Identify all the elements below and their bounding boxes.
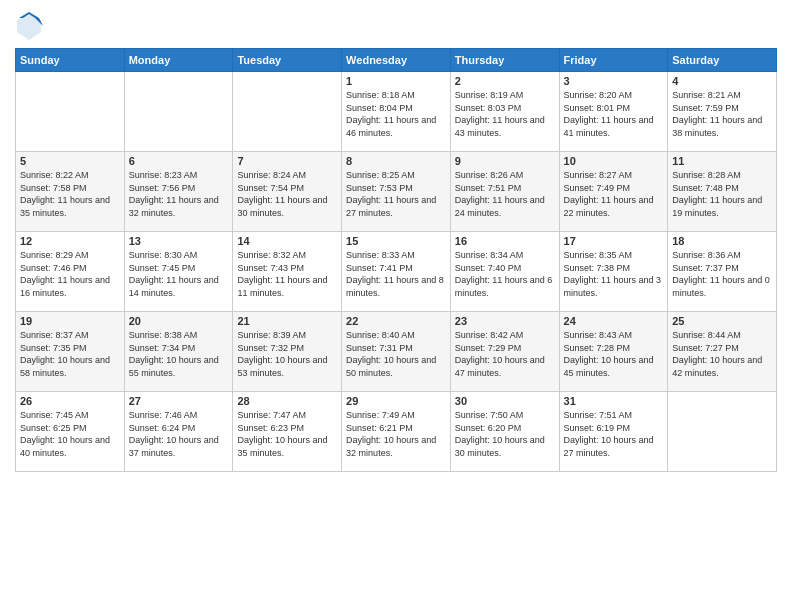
cell-content: Sunrise: 7:51 AM Sunset: 6:19 PM Dayligh… [564, 409, 664, 459]
cell-content: Sunrise: 8:43 AM Sunset: 7:28 PM Dayligh… [564, 329, 664, 379]
calendar-table: SundayMondayTuesdayWednesdayThursdayFrid… [15, 48, 777, 472]
calendar-cell: 28Sunrise: 7:47 AM Sunset: 6:23 PM Dayli… [233, 392, 342, 472]
day-header-wednesday: Wednesday [342, 49, 451, 72]
calendar-cell: 1Sunrise: 8:18 AM Sunset: 8:04 PM Daylig… [342, 72, 451, 152]
day-number: 2 [455, 75, 555, 87]
calendar-cell: 12Sunrise: 8:29 AM Sunset: 7:46 PM Dayli… [16, 232, 125, 312]
day-number: 21 [237, 315, 337, 327]
cell-content: Sunrise: 8:23 AM Sunset: 7:56 PM Dayligh… [129, 169, 229, 219]
week-row-4: 19Sunrise: 8:37 AM Sunset: 7:35 PM Dayli… [16, 312, 777, 392]
calendar-cell: 5Sunrise: 8:22 AM Sunset: 7:58 PM Daylig… [16, 152, 125, 232]
calendar-cell: 2Sunrise: 8:19 AM Sunset: 8:03 PM Daylig… [450, 72, 559, 152]
day-number: 16 [455, 235, 555, 247]
calendar-cell [124, 72, 233, 152]
cell-content: Sunrise: 8:37 AM Sunset: 7:35 PM Dayligh… [20, 329, 120, 379]
calendar-cell: 21Sunrise: 8:39 AM Sunset: 7:32 PM Dayli… [233, 312, 342, 392]
day-number: 25 [672, 315, 772, 327]
header [15, 10, 777, 42]
day-number: 20 [129, 315, 229, 327]
day-header-tuesday: Tuesday [233, 49, 342, 72]
calendar-cell: 13Sunrise: 8:30 AM Sunset: 7:45 PM Dayli… [124, 232, 233, 312]
logo-icon [15, 10, 43, 42]
cell-content: Sunrise: 8:29 AM Sunset: 7:46 PM Dayligh… [20, 249, 120, 299]
day-number: 8 [346, 155, 446, 167]
day-header-sunday: Sunday [16, 49, 125, 72]
cell-content: Sunrise: 8:28 AM Sunset: 7:48 PM Dayligh… [672, 169, 772, 219]
cell-content: Sunrise: 8:38 AM Sunset: 7:34 PM Dayligh… [129, 329, 229, 379]
cell-content: Sunrise: 8:44 AM Sunset: 7:27 PM Dayligh… [672, 329, 772, 379]
cell-content: Sunrise: 8:21 AM Sunset: 7:59 PM Dayligh… [672, 89, 772, 139]
calendar-cell: 7Sunrise: 8:24 AM Sunset: 7:54 PM Daylig… [233, 152, 342, 232]
cell-content: Sunrise: 8:39 AM Sunset: 7:32 PM Dayligh… [237, 329, 337, 379]
calendar-cell [668, 392, 777, 472]
day-number: 15 [346, 235, 446, 247]
day-number: 26 [20, 395, 120, 407]
calendar-cell: 19Sunrise: 8:37 AM Sunset: 7:35 PM Dayli… [16, 312, 125, 392]
day-number: 4 [672, 75, 772, 87]
day-number: 29 [346, 395, 446, 407]
cell-content: Sunrise: 8:20 AM Sunset: 8:01 PM Dayligh… [564, 89, 664, 139]
cell-content: Sunrise: 8:36 AM Sunset: 7:37 PM Dayligh… [672, 249, 772, 299]
cell-content: Sunrise: 8:40 AM Sunset: 7:31 PM Dayligh… [346, 329, 446, 379]
day-number: 6 [129, 155, 229, 167]
cell-content: Sunrise: 8:33 AM Sunset: 7:41 PM Dayligh… [346, 249, 446, 299]
day-number: 31 [564, 395, 664, 407]
calendar-cell: 14Sunrise: 8:32 AM Sunset: 7:43 PM Dayli… [233, 232, 342, 312]
calendar-cell: 22Sunrise: 8:40 AM Sunset: 7:31 PM Dayli… [342, 312, 451, 392]
day-number: 30 [455, 395, 555, 407]
day-number: 13 [129, 235, 229, 247]
week-row-3: 12Sunrise: 8:29 AM Sunset: 7:46 PM Dayli… [16, 232, 777, 312]
day-number: 17 [564, 235, 664, 247]
cell-content: Sunrise: 8:19 AM Sunset: 8:03 PM Dayligh… [455, 89, 555, 139]
calendar-cell: 3Sunrise: 8:20 AM Sunset: 8:01 PM Daylig… [559, 72, 668, 152]
calendar-cell [233, 72, 342, 152]
calendar-cell: 29Sunrise: 7:49 AM Sunset: 6:21 PM Dayli… [342, 392, 451, 472]
day-number: 19 [20, 315, 120, 327]
calendar-cell: 18Sunrise: 8:36 AM Sunset: 7:37 PM Dayli… [668, 232, 777, 312]
calendar-cell: 15Sunrise: 8:33 AM Sunset: 7:41 PM Dayli… [342, 232, 451, 312]
cell-content: Sunrise: 8:30 AM Sunset: 7:45 PM Dayligh… [129, 249, 229, 299]
calendar-cell: 17Sunrise: 8:35 AM Sunset: 7:38 PM Dayli… [559, 232, 668, 312]
calendar-cell: 27Sunrise: 7:46 AM Sunset: 6:24 PM Dayli… [124, 392, 233, 472]
cell-content: Sunrise: 7:50 AM Sunset: 6:20 PM Dayligh… [455, 409, 555, 459]
calendar-cell: 10Sunrise: 8:27 AM Sunset: 7:49 PM Dayli… [559, 152, 668, 232]
calendar-cell: 8Sunrise: 8:25 AM Sunset: 7:53 PM Daylig… [342, 152, 451, 232]
header-row: SundayMondayTuesdayWednesdayThursdayFrid… [16, 49, 777, 72]
calendar-cell: 6Sunrise: 8:23 AM Sunset: 7:56 PM Daylig… [124, 152, 233, 232]
day-number: 28 [237, 395, 337, 407]
calendar-cell: 24Sunrise: 8:43 AM Sunset: 7:28 PM Dayli… [559, 312, 668, 392]
calendar-cell: 31Sunrise: 7:51 AM Sunset: 6:19 PM Dayli… [559, 392, 668, 472]
day-header-monday: Monday [124, 49, 233, 72]
cell-content: Sunrise: 7:45 AM Sunset: 6:25 PM Dayligh… [20, 409, 120, 459]
week-row-5: 26Sunrise: 7:45 AM Sunset: 6:25 PM Dayli… [16, 392, 777, 472]
cell-content: Sunrise: 7:46 AM Sunset: 6:24 PM Dayligh… [129, 409, 229, 459]
logo [15, 10, 47, 42]
day-number: 5 [20, 155, 120, 167]
day-number: 24 [564, 315, 664, 327]
cell-content: Sunrise: 8:18 AM Sunset: 8:04 PM Dayligh… [346, 89, 446, 139]
calendar-cell: 9Sunrise: 8:26 AM Sunset: 7:51 PM Daylig… [450, 152, 559, 232]
day-number: 7 [237, 155, 337, 167]
calendar-cell: 23Sunrise: 8:42 AM Sunset: 7:29 PM Dayli… [450, 312, 559, 392]
calendar-cell: 26Sunrise: 7:45 AM Sunset: 6:25 PM Dayli… [16, 392, 125, 472]
page: SundayMondayTuesdayWednesdayThursdayFrid… [0, 0, 792, 612]
day-number: 9 [455, 155, 555, 167]
calendar-cell: 11Sunrise: 8:28 AM Sunset: 7:48 PM Dayli… [668, 152, 777, 232]
day-header-thursday: Thursday [450, 49, 559, 72]
calendar-cell: 20Sunrise: 8:38 AM Sunset: 7:34 PM Dayli… [124, 312, 233, 392]
cell-content: Sunrise: 8:22 AM Sunset: 7:58 PM Dayligh… [20, 169, 120, 219]
day-number: 22 [346, 315, 446, 327]
calendar-cell: 25Sunrise: 8:44 AM Sunset: 7:27 PM Dayli… [668, 312, 777, 392]
calendar-cell: 4Sunrise: 8:21 AM Sunset: 7:59 PM Daylig… [668, 72, 777, 152]
week-row-1: 1Sunrise: 8:18 AM Sunset: 8:04 PM Daylig… [16, 72, 777, 152]
day-number: 12 [20, 235, 120, 247]
day-number: 14 [237, 235, 337, 247]
svg-marker-0 [17, 12, 41, 40]
week-row-2: 5Sunrise: 8:22 AM Sunset: 7:58 PM Daylig… [16, 152, 777, 232]
day-number: 18 [672, 235, 772, 247]
cell-content: Sunrise: 7:49 AM Sunset: 6:21 PM Dayligh… [346, 409, 446, 459]
cell-content: Sunrise: 8:32 AM Sunset: 7:43 PM Dayligh… [237, 249, 337, 299]
cell-content: Sunrise: 8:34 AM Sunset: 7:40 PM Dayligh… [455, 249, 555, 299]
cell-content: Sunrise: 7:47 AM Sunset: 6:23 PM Dayligh… [237, 409, 337, 459]
cell-content: Sunrise: 8:27 AM Sunset: 7:49 PM Dayligh… [564, 169, 664, 219]
